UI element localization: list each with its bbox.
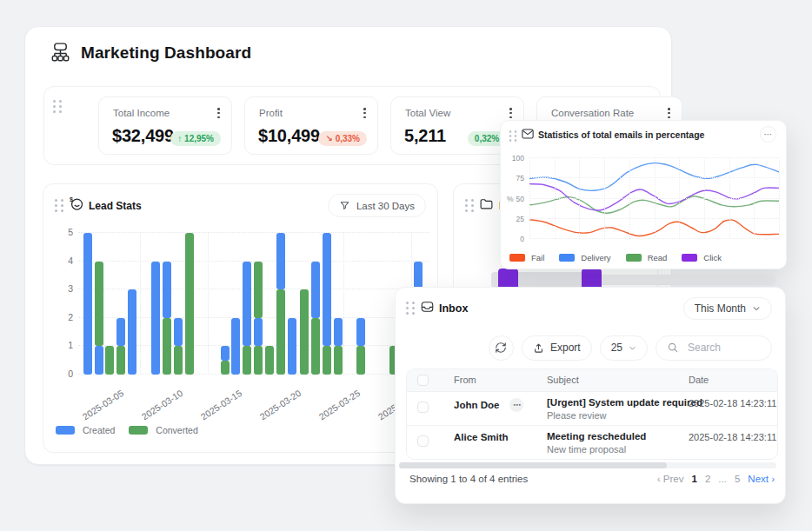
legend-label: Converted [156, 425, 197, 435]
gridline [78, 232, 429, 233]
pagination-page-1[interactable]: 1 [692, 474, 697, 484]
table-row[interactable]: John Doe ⋯ [Urgent] System update requir… [407, 392, 777, 425]
gridline [679, 158, 680, 239]
period-label: This Month [695, 302, 746, 315]
export-icon [533, 342, 544, 354]
inbox-icon [420, 300, 435, 314]
more-options-button[interactable]: ⋯ [760, 126, 776, 143]
bar-segment [356, 318, 365, 347]
inbox-card: Inbox This Month Exp [395, 287, 786, 504]
gridline [754, 158, 755, 239]
bar-segment [174, 346, 183, 375]
gridline [529, 158, 530, 239]
subject-preview: New time proposal [547, 444, 626, 455]
gridline [704, 158, 705, 239]
row-checkbox[interactable] [417, 435, 429, 447]
app-header: Marketing Dashboard [50, 42, 251, 63]
pagination-next[interactable]: Next › [748, 474, 775, 484]
bar-segment [311, 318, 320, 375]
chevron-down-icon [752, 304, 761, 313]
drag-handle[interactable] [406, 302, 415, 315]
drag-handle[interactable] [509, 130, 517, 142]
bar-segment [185, 233, 194, 375]
lead-chart-plot [78, 233, 429, 375]
legend-label: Read [648, 253, 668, 262]
search-box[interactable] [656, 335, 772, 361]
bar-segment [163, 318, 171, 375]
bar-segment [243, 262, 251, 347]
y-tick-label: 75 [516, 174, 524, 183]
kebab-menu-icon[interactable] [363, 108, 366, 118]
bar-segment [288, 318, 296, 375]
subject-text: Meeting rescheduled [547, 431, 646, 441]
search-input[interactable] [686, 341, 768, 355]
stat-card-total-income: Total Income $32,499 ↑ 12,95% [98, 96, 232, 155]
x-tick-label: 2025-03-10 [140, 388, 185, 421]
email-chart-legend: FailDeliveryReadClick [509, 253, 722, 262]
y-tick-label: 100 [512, 154, 524, 163]
stat-label: Total Income [113, 108, 170, 118]
page-title: Marketing Dashboard [81, 43, 251, 63]
legend-swatch [682, 254, 697, 262]
drag-handle[interactable] [53, 100, 62, 113]
card-title: Lead Stats [89, 200, 142, 212]
drag-handle[interactable] [465, 199, 474, 212]
lead-chart-y-axis: 012345 [54, 233, 73, 375]
bar-segment [116, 346, 125, 375]
select-all-checkbox[interactable] [417, 375, 429, 386]
trend-badge: ↘ 0,33% [318, 131, 367, 146]
bar-segment [116, 318, 125, 347]
filter-button[interactable]: Last 30 Days [328, 194, 426, 217]
stat-label: Conversation Rate [551, 108, 634, 118]
stat-value: 5,211 [404, 126, 446, 146]
table-row[interactable]: Alice Smith Meeting rescheduled New time… [407, 425, 777, 459]
period-select[interactable]: This Month [683, 297, 772, 320]
kebab-menu-icon[interactable] [217, 108, 220, 118]
page-size-select[interactable]: 25 [600, 335, 648, 361]
pagination-prev[interactable]: ‹ Prev [657, 474, 684, 484]
lead-stats-card: $ Lead Stats Last 30 Days 012345 2025-03… [43, 183, 438, 453]
kebab-menu-icon[interactable] [509, 108, 512, 118]
stat-label: Profit [259, 108, 283, 118]
refresh-button[interactable] [489, 335, 514, 361]
legend-swatch [509, 254, 525, 262]
refresh-icon [495, 342, 507, 354]
y-tick-label: 4 [68, 256, 73, 266]
page-size-value: 25 [611, 342, 622, 354]
row-checkbox[interactable] [417, 402, 429, 413]
legend-item: Fail [509, 253, 544, 262]
stat-label: Total View [405, 108, 450, 118]
gridline [604, 158, 605, 239]
horizontal-scrollbar[interactable] [399, 462, 776, 468]
export-button[interactable]: Export [522, 335, 592, 361]
drag-handle[interactable] [55, 199, 63, 212]
pagination-page-2[interactable]: 2 [705, 474, 710, 484]
gridline [779, 158, 780, 239]
legend-item: Click [682, 253, 722, 262]
funnel-icon [339, 200, 350, 211]
inbox-footer: Showing 1 to 4 of 4 entries ‹ Prev 1 2 .… [409, 474, 775, 484]
row-more-button[interactable]: ⋯ [509, 398, 523, 412]
gridline [555, 158, 556, 239]
x-tick-label: 2025-03-20 [258, 388, 303, 421]
gridline [140, 233, 141, 375]
bar-segment [334, 346, 343, 375]
pagination-page-5[interactable]: 5 [735, 474, 740, 484]
gridline [78, 261, 429, 262]
bar-segment [254, 262, 263, 318]
folder-icon [479, 196, 494, 211]
gridline [629, 158, 630, 239]
export-label: Export [550, 342, 581, 354]
legend-item: Converted [129, 425, 197, 435]
scrollbar-thumb[interactable] [399, 462, 667, 468]
column-header-subject: Subject [547, 375, 579, 385]
sender-cell: Alice Smith [454, 432, 509, 442]
kebab-menu-icon[interactable] [668, 108, 670, 118]
bar-segment [311, 262, 320, 318]
inbox-table: From Subject Date John Doe ⋯ [Urgent] Sy… [406, 368, 778, 460]
y-tick-label: 1 [68, 340, 73, 350]
entries-summary: Showing 1 to 4 of 4 entries [409, 474, 528, 484]
bar-segment [95, 262, 103, 347]
bar-segment [83, 233, 92, 375]
date-cell: 2025-02-18 14:23:11 [689, 398, 776, 408]
